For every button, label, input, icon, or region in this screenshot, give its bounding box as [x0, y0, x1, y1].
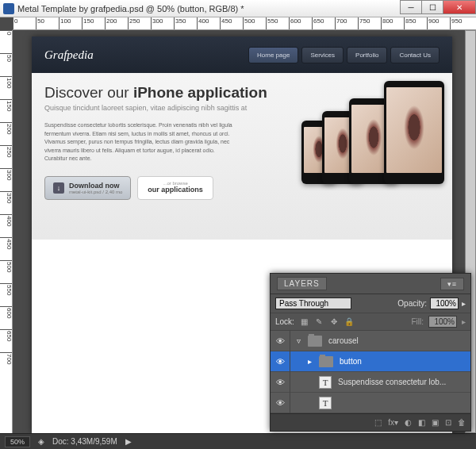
applications-button[interactable]: ...or browse our applications: [137, 176, 213, 200]
nav: Home pageServicesPortfolioContact Us: [248, 47, 440, 63]
download-sub: metal-ui-kit.psd / 2,40 mo: [69, 190, 122, 194]
logo: Grafpedia: [44, 48, 94, 62]
lock-brush-icon[interactable]: ✎: [314, 317, 324, 327]
headline-a: Discover our: [44, 84, 133, 101]
layers-footer-icon-6[interactable]: 🗑: [458, 418, 466, 427]
text-layer-icon: T: [319, 376, 332, 389]
layers-footer-icon-2[interactable]: ◐: [405, 418, 412, 427]
nav-home-page[interactable]: Home page: [248, 47, 298, 63]
layer-row[interactable]: 👁TSuspendisse consectetur lob...: [271, 372, 470, 393]
body-text: Suspendisse consectetur lobortis sceleri…: [44, 121, 235, 163]
doc-size-arrow[interactable]: ▶: [125, 437, 132, 446]
lock-move-icon[interactable]: ✥: [329, 317, 340, 327]
lock-label: Lock:: [275, 317, 294, 326]
layers-footer-icon-1[interactable]: fx▾: [388, 418, 398, 427]
download-label: Download now: [69, 182, 122, 190]
close-button[interactable]: ✕: [443, 0, 476, 14]
folder-icon: [308, 336, 322, 347]
expand-icon[interactable]: ▿: [297, 336, 305, 345]
layer-name: Suspendisse consectetur lob...: [338, 378, 446, 386]
layer-row[interactable]: 👁T: [271, 393, 470, 413]
doc-size: Doc: 3,43M/9,59M: [52, 437, 117, 446]
visibility-icon[interactable]: 👁: [274, 336, 286, 346]
phone-4: [384, 81, 444, 184]
maximize-button[interactable]: ☐: [421, 0, 443, 14]
header-bar: Grafpedia Home pageServicesPortfolioCont…: [32, 36, 452, 73]
layer-name: carousel: [328, 336, 359, 345]
fill-label: Fill:: [411, 317, 424, 326]
phone-mockups: [316, 81, 444, 184]
opacity-input[interactable]: [430, 297, 459, 309]
fill-arrow-icon: ▸: [462, 317, 466, 326]
visibility-icon[interactable]: 👁: [274, 357, 286, 366]
app-icon: [3, 3, 14, 14]
layers-footer-icon-5[interactable]: ⊡: [445, 418, 451, 427]
window-titlebar: Metal Template by grafpedia.psd @ 50% (b…: [0, 0, 476, 17]
expand-icon[interactable]: ▸: [308, 357, 316, 366]
nav-services[interactable]: Services: [301, 47, 344, 63]
layers-footer: ⬚fx▾◐◧▣⊡🗑: [271, 413, 470, 431]
layer-row[interactable]: 👁▸button: [271, 351, 470, 372]
minimize-button[interactable]: ─: [400, 0, 422, 14]
opacity-arrow-icon[interactable]: ▸: [462, 299, 466, 308]
download-button[interactable]: ↓ Download now metal-ui-kit.psd / 2,40 m…: [44, 176, 131, 200]
layer-name: button: [340, 357, 362, 366]
status-bar: 50% ◈ Doc: 3,43M/9,59M ▶: [0, 433, 476, 449]
layers-list[interactable]: 👁▿carousel👁▸button👁TSuspendisse consecte…: [271, 331, 470, 413]
headline-b: iPhone application: [133, 84, 267, 101]
folder-icon: [319, 356, 333, 367]
download-icon: ↓: [53, 182, 64, 194]
nav-contact-us[interactable]: Contact Us: [390, 47, 440, 63]
nav-portfolio[interactable]: Portfolio: [347, 47, 387, 63]
layers-menu-icon[interactable]: ▾≡: [440, 278, 464, 290]
visibility-icon[interactable]: 👁: [274, 398, 286, 408]
layers-footer-icon-3[interactable]: ◧: [418, 418, 425, 427]
layers-footer-icon-4[interactable]: ▣: [432, 418, 439, 427]
layer-row[interactable]: 👁▿carousel: [271, 331, 470, 351]
layers-options: Opacity: ▸: [271, 294, 470, 313]
blend-mode-select[interactable]: [275, 297, 351, 309]
zoom-input[interactable]: 50%: [5, 436, 30, 447]
text-layer-icon: T: [319, 397, 332, 409]
ruler-vertical[interactable]: 0501001502002503003504004505005506006507…: [0, 30, 13, 433]
app-label: our applications: [148, 186, 203, 194]
layers-lock-row: Lock: ▦ ✎ ✥ 🔒 Fill: ▸: [271, 313, 470, 331]
lock-all-icon[interactable]: 🔒: [344, 317, 355, 327]
lock-transparent-icon[interactable]: ▦: [299, 317, 309, 327]
window-title: Metal Template by grafpedia.psd @ 50% (b…: [17, 4, 244, 13]
layers-panel[interactable]: LAYERS ▾≡ Opacity: ▸ Lock: ▦ ✎ ✥ 🔒 Fill:…: [270, 273, 471, 432]
fill-input: [428, 316, 457, 328]
opacity-label: Opacity:: [397, 299, 427, 308]
layers-tab-bar: LAYERS ▾≡: [271, 274, 470, 294]
visibility-icon[interactable]: 👁: [274, 378, 286, 387]
layers-tab[interactable]: LAYERS: [277, 277, 327, 290]
zoom-icon[interactable]: ◈: [38, 437, 44, 446]
hero-content: Discover our iPhone application Quisque …: [32, 73, 452, 240]
ruler-horizontal[interactable]: 0501001502002503003504004505005506006507…: [13, 17, 476, 30]
layers-footer-icon-0[interactable]: ⬚: [374, 418, 382, 427]
